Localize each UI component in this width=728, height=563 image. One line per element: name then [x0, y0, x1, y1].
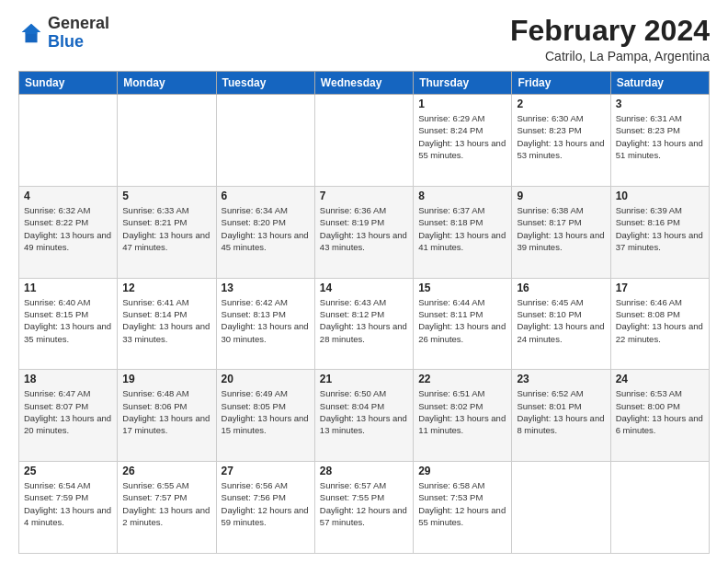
day-info: Sunrise: 6:40 AM Sunset: 8:15 PM Dayligh… [24, 296, 112, 345]
day-cell [512, 462, 610, 554]
day-cell: 13Sunrise: 6:42 AM Sunset: 8:13 PM Dayli… [216, 278, 314, 370]
day-cell: 16Sunrise: 6:45 AM Sunset: 8:10 PM Dayli… [512, 278, 610, 370]
day-cell: 22Sunrise: 6:51 AM Sunset: 8:02 PM Dayli… [414, 370, 512, 462]
day-info: Sunrise: 6:36 AM Sunset: 8:19 PM Dayligh… [320, 204, 408, 253]
day-number: 17 [616, 282, 704, 294]
day-info: Sunrise: 6:52 AM Sunset: 8:01 PM Dayligh… [517, 387, 605, 436]
week-row-5: 25Sunrise: 6:54 AM Sunset: 7:59 PM Dayli… [19, 462, 710, 554]
day-info: Sunrise: 6:39 AM Sunset: 8:16 PM Dayligh… [616, 204, 704, 253]
page-header: General Blue February 2024 Catrilo, La P… [18, 15, 710, 63]
day-number: 15 [418, 282, 506, 294]
day-info: Sunrise: 6:34 AM Sunset: 8:20 PM Dayligh… [222, 204, 310, 253]
day-info: Sunrise: 6:38 AM Sunset: 8:17 PM Dayligh… [517, 204, 605, 253]
day-info: Sunrise: 6:53 AM Sunset: 8:00 PM Dayligh… [616, 387, 704, 436]
header-tuesday: Tuesday [216, 72, 314, 95]
day-cell: 3Sunrise: 6:31 AM Sunset: 8:23 PM Daylig… [610, 95, 709, 187]
day-info: Sunrise: 6:55 AM Sunset: 7:57 PM Dayligh… [122, 479, 210, 528]
day-cell [118, 95, 216, 187]
week-row-4: 18Sunrise: 6:47 AM Sunset: 8:07 PM Dayli… [19, 370, 710, 462]
day-number: 10 [616, 190, 704, 202]
day-cell: 15Sunrise: 6:44 AM Sunset: 8:11 PM Dayli… [414, 278, 512, 370]
day-number: 22 [418, 373, 506, 385]
day-cell: 19Sunrise: 6:48 AM Sunset: 8:06 PM Dayli… [118, 370, 216, 462]
day-number: 13 [222, 282, 310, 294]
day-info: Sunrise: 6:29 AM Sunset: 8:24 PM Dayligh… [418, 112, 506, 161]
logo-icon [18, 20, 44, 46]
day-cell: 28Sunrise: 6:57 AM Sunset: 7:55 PM Dayli… [314, 462, 413, 554]
day-info: Sunrise: 6:48 AM Sunset: 8:06 PM Dayligh… [122, 387, 210, 436]
day-number: 27 [222, 465, 310, 477]
day-number: 5 [122, 190, 210, 202]
day-number: 26 [122, 465, 210, 477]
day-number: 18 [24, 373, 112, 385]
day-number: 2 [517, 98, 605, 110]
header-friday: Friday [512, 72, 610, 95]
week-row-3: 11Sunrise: 6:40 AM Sunset: 8:15 PM Dayli… [19, 278, 710, 370]
day-number: 4 [24, 190, 112, 202]
day-number: 28 [320, 465, 408, 477]
day-info: Sunrise: 6:33 AM Sunset: 8:21 PM Dayligh… [122, 204, 210, 253]
day-info: Sunrise: 6:46 AM Sunset: 8:08 PM Dayligh… [616, 296, 704, 345]
day-cell: 11Sunrise: 6:40 AM Sunset: 8:15 PM Dayli… [19, 278, 118, 370]
day-info: Sunrise: 6:51 AM Sunset: 8:02 PM Dayligh… [418, 387, 506, 436]
calendar-table: Sunday Monday Tuesday Wednesday Thursday… [18, 71, 710, 554]
week-row-1: 1Sunrise: 6:29 AM Sunset: 8:24 PM Daylig… [19, 95, 710, 187]
day-cell: 7Sunrise: 6:36 AM Sunset: 8:19 PM Daylig… [314, 186, 413, 278]
day-number: 16 [517, 282, 605, 294]
day-info: Sunrise: 6:56 AM Sunset: 7:56 PM Dayligh… [222, 479, 310, 528]
day-cell [314, 95, 413, 187]
week-row-2: 4Sunrise: 6:32 AM Sunset: 8:22 PM Daylig… [19, 186, 710, 278]
logo: General Blue [18, 15, 109, 52]
calendar-page: General Blue February 2024 Catrilo, La P… [0, 0, 728, 563]
day-info: Sunrise: 6:58 AM Sunset: 7:53 PM Dayligh… [418, 479, 506, 528]
header-wednesday: Wednesday [314, 72, 413, 95]
day-cell: 26Sunrise: 6:55 AM Sunset: 7:57 PM Dayli… [118, 462, 216, 554]
day-info: Sunrise: 6:43 AM Sunset: 8:12 PM Dayligh… [320, 296, 408, 345]
day-cell: 17Sunrise: 6:46 AM Sunset: 8:08 PM Dayli… [610, 278, 709, 370]
day-cell: 5Sunrise: 6:33 AM Sunset: 8:21 PM Daylig… [118, 186, 216, 278]
day-info: Sunrise: 6:47 AM Sunset: 8:07 PM Dayligh… [24, 387, 112, 436]
title-block: February 2024 Catrilo, La Pampa, Argenti… [510, 15, 710, 63]
day-info: Sunrise: 6:49 AM Sunset: 8:05 PM Dayligh… [222, 387, 310, 436]
day-cell: 27Sunrise: 6:56 AM Sunset: 7:56 PM Dayli… [216, 462, 314, 554]
day-number: 1 [418, 98, 506, 110]
day-number: 24 [616, 373, 704, 385]
day-number: 7 [320, 190, 408, 202]
day-cell: 29Sunrise: 6:58 AM Sunset: 7:53 PM Dayli… [414, 462, 512, 554]
day-info: Sunrise: 6:57 AM Sunset: 7:55 PM Dayligh… [320, 479, 408, 528]
day-number: 25 [24, 465, 112, 477]
day-cell: 1Sunrise: 6:29 AM Sunset: 8:24 PM Daylig… [414, 95, 512, 187]
day-number: 20 [222, 373, 310, 385]
day-info: Sunrise: 6:45 AM Sunset: 8:10 PM Dayligh… [517, 296, 605, 345]
header-sunday: Sunday [19, 72, 118, 95]
day-info: Sunrise: 6:41 AM Sunset: 8:14 PM Dayligh… [122, 296, 210, 345]
header-monday: Monday [118, 72, 216, 95]
day-cell: 21Sunrise: 6:50 AM Sunset: 8:04 PM Dayli… [314, 370, 413, 462]
day-number: 14 [320, 282, 408, 294]
svg-marker-1 [22, 24, 41, 34]
day-cell [610, 462, 709, 554]
day-number: 3 [616, 98, 704, 110]
day-number: 8 [418, 190, 506, 202]
calendar-subtitle: Catrilo, La Pampa, Argentina [510, 49, 710, 63]
day-info: Sunrise: 6:31 AM Sunset: 8:23 PM Dayligh… [616, 112, 704, 161]
day-cell: 9Sunrise: 6:38 AM Sunset: 8:17 PM Daylig… [512, 186, 610, 278]
weekday-header-row: Sunday Monday Tuesday Wednesday Thursday… [19, 72, 710, 95]
logo-general: General [48, 14, 109, 32]
day-info: Sunrise: 6:44 AM Sunset: 8:11 PM Dayligh… [418, 296, 506, 345]
day-info: Sunrise: 6:37 AM Sunset: 8:18 PM Dayligh… [418, 204, 506, 253]
day-cell: 4Sunrise: 6:32 AM Sunset: 8:22 PM Daylig… [19, 186, 118, 278]
day-number: 19 [122, 373, 210, 385]
day-info: Sunrise: 6:42 AM Sunset: 8:13 PM Dayligh… [222, 296, 310, 345]
day-number: 21 [320, 373, 408, 385]
day-info: Sunrise: 6:32 AM Sunset: 8:22 PM Dayligh… [24, 204, 112, 253]
day-cell [19, 95, 118, 187]
day-number: 11 [24, 282, 112, 294]
day-number: 6 [222, 190, 310, 202]
day-number: 9 [517, 190, 605, 202]
day-cell: 20Sunrise: 6:49 AM Sunset: 8:05 PM Dayli… [216, 370, 314, 462]
day-cell: 6Sunrise: 6:34 AM Sunset: 8:20 PM Daylig… [216, 186, 314, 278]
header-thursday: Thursday [414, 72, 512, 95]
day-cell [216, 95, 314, 187]
day-cell: 25Sunrise: 6:54 AM Sunset: 7:59 PM Dayli… [19, 462, 118, 554]
